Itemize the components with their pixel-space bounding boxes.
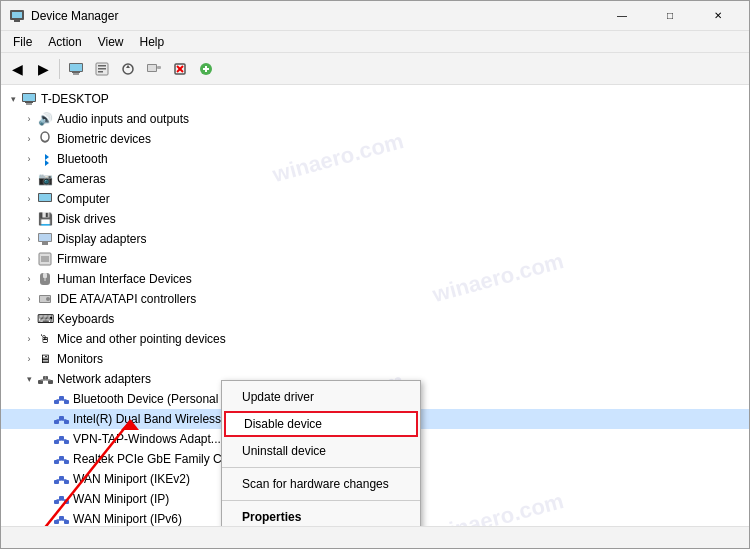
camera-icon: 📷 <box>37 171 53 187</box>
menu-action[interactable]: Action <box>40 33 89 51</box>
display-icon <box>37 231 53 247</box>
svg-rect-5 <box>72 72 80 73</box>
ctx-properties[interactable]: Properties <box>222 504 420 526</box>
wan-ipv6-icon <box>53 511 69 526</box>
biometric-icon <box>37 131 53 147</box>
tree-label-cameras: Cameras <box>57 172 106 186</box>
expand-mice[interactable]: › <box>21 331 37 347</box>
svg-rect-34 <box>41 256 49 262</box>
tree-root-label: T-DESKTOP <box>41 92 109 106</box>
svg-rect-2 <box>14 20 20 22</box>
expand-computer[interactable]: › <box>21 191 37 207</box>
expand-bt-pan <box>37 391 53 407</box>
tree-item-audio[interactable]: › 🔊 Audio inputs and outputs <box>1 109 749 129</box>
svg-rect-14 <box>148 65 156 71</box>
svg-point-40 <box>46 297 50 301</box>
tree-label-biometric: Biometric devices <box>57 132 151 146</box>
maximize-button[interactable]: □ <box>647 1 693 31</box>
toolbar-sep1 <box>59 59 60 79</box>
ctx-disable-device[interactable]: Disable device <box>224 411 418 437</box>
close-button[interactable]: ✕ <box>695 1 741 31</box>
audio-icon: 🔊 <box>37 111 53 127</box>
expand-cameras[interactable]: › <box>21 171 37 187</box>
tree-item-computer[interactable]: › Computer <box>1 189 749 209</box>
menu-file[interactable]: File <box>5 33 40 51</box>
bluetooth-icon <box>37 151 53 167</box>
vpn-icon <box>53 431 69 447</box>
hid-icon <box>37 271 53 287</box>
svg-rect-4 <box>70 64 82 71</box>
content-area: ▾ T-DESKTOP › 🔊 Audio inputs and outputs… <box>1 85 749 526</box>
mice-icon: 🖱 <box>37 331 53 347</box>
network-icon <box>37 371 53 387</box>
expand-ide[interactable]: › <box>21 291 37 307</box>
svg-rect-6 <box>73 73 79 75</box>
tree-label-hid: Human Interface Devices <box>57 272 192 286</box>
svg-rect-9 <box>98 68 106 70</box>
expand-monitors[interactable]: › <box>21 351 37 367</box>
wan-ikev2-icon <box>53 471 69 487</box>
ctx-scan-hardware[interactable]: Scan for hardware changes <box>222 471 420 497</box>
toolbar-add-btn[interactable] <box>194 57 218 81</box>
toolbar-update-btn[interactable] <box>116 57 140 81</box>
ctx-update-driver[interactable]: Update driver <box>222 384 420 410</box>
svg-marker-12 <box>126 65 130 68</box>
expand-audio[interactable]: › <box>21 111 37 127</box>
tree-item-disk[interactable]: › 💾 Disk drives <box>1 209 749 229</box>
expand-keyboards[interactable]: › <box>21 311 37 327</box>
tree-item-display[interactable]: › Display adapters <box>1 229 749 249</box>
intel-wifi-icon <box>53 411 69 427</box>
toolbar-scan-btn[interactable] <box>142 57 166 81</box>
expand-display[interactable]: › <box>21 231 37 247</box>
tree-item-bluetooth[interactable]: › Bluetooth <box>1 149 749 169</box>
tree-label-wan-ip: WAN Miniport (IP) <box>73 492 169 506</box>
toolbar-props-btn[interactable] <box>90 57 114 81</box>
expand-biometric[interactable]: › <box>21 131 37 147</box>
ctx-sep1 <box>222 467 420 468</box>
ctx-sep2 <box>222 500 420 501</box>
realtek-icon <box>53 451 69 467</box>
tree-label-audio: Audio inputs and outputs <box>57 112 189 126</box>
tree-item-ide[interactable]: › IDE ATA/ATAPI controllers <box>1 289 749 309</box>
ctx-uninstall-device[interactable]: Uninstall device <box>222 438 420 464</box>
svg-rect-23 <box>23 94 35 101</box>
toolbar-back-btn[interactable]: ◀ <box>5 57 29 81</box>
expand-wan-ip <box>37 491 53 507</box>
tree-label-realtek: Realtek PCIe GbE Family C... <box>73 452 232 466</box>
svg-rect-31 <box>39 234 51 241</box>
title-bar: Device Manager — □ ✕ <box>1 1 749 31</box>
svg-marker-27 <box>41 154 49 166</box>
expand-wan-ikev2 <box>37 471 53 487</box>
toolbar-uninstall-btn[interactable] <box>168 57 192 81</box>
menu-view[interactable]: View <box>90 33 132 51</box>
tree-item-monitors[interactable]: › 🖥 Monitors <box>1 349 749 369</box>
tree-label-ide: IDE ATA/ATAPI controllers <box>57 292 196 306</box>
wan-ip-icon <box>53 491 69 507</box>
expand-firmware[interactable]: › <box>21 251 37 267</box>
tree-item-keyboards[interactable]: › ⌨ Keyboards <box>1 309 749 329</box>
tree-label-keyboards: Keyboards <box>57 312 114 326</box>
keyboard-icon: ⌨ <box>37 311 53 327</box>
tree-item-hid[interactable]: › Human Interface Devices <box>1 269 749 289</box>
tree-label-display: Display adapters <box>57 232 146 246</box>
expand-hid[interactable]: › <box>21 271 37 287</box>
toolbar-computer-btn[interactable] <box>64 57 88 81</box>
toolbar-forward-btn[interactable]: ▶ <box>31 57 55 81</box>
expand-disk[interactable]: › <box>21 211 37 227</box>
expand-root[interactable]: ▾ <box>5 91 21 107</box>
tree-item-mice[interactable]: › 🖱 Mice and other pointing devices <box>1 329 749 349</box>
expand-bluetooth[interactable]: › <box>21 151 37 167</box>
window-controls: — □ ✕ <box>599 1 741 31</box>
expand-network[interactable]: ▾ <box>21 371 37 387</box>
tree-root[interactable]: ▾ T-DESKTOP <box>1 89 749 109</box>
tree-item-cameras[interactable]: › 📷 Cameras <box>1 169 749 189</box>
tree-item-biometric[interactable]: › Biometric devices <box>1 129 749 149</box>
tree-item-firmware[interactable]: › Firmware <box>1 249 749 269</box>
svg-rect-29 <box>39 194 51 201</box>
disk-icon: 💾 <box>37 211 53 227</box>
tree-label-disk: Disk drives <box>57 212 116 226</box>
status-bar <box>1 526 749 548</box>
monitors-icon: 🖥 <box>37 351 53 367</box>
menu-help[interactable]: Help <box>132 33 173 51</box>
minimize-button[interactable]: — <box>599 1 645 31</box>
